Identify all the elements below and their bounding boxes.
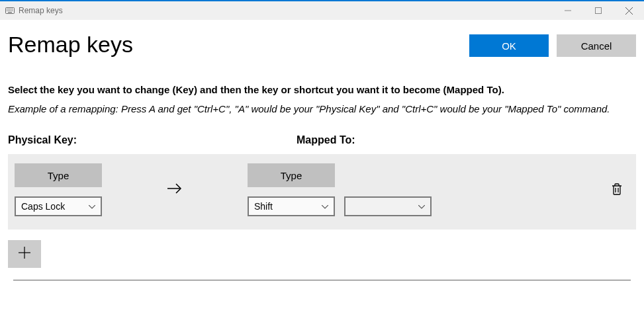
mapped-key-value-1: Shift <box>254 201 322 212</box>
example-text: Example of a remapping: Press A and get … <box>8 102 636 116</box>
svg-rect-1 <box>7 9 7 9</box>
delete-row-button[interactable] <box>608 180 625 200</box>
chevron-down-icon <box>322 202 328 210</box>
svg-rect-13 <box>596 8 602 14</box>
keyboard-icon <box>5 7 15 14</box>
titlebar: Remap keys <box>0 0 644 20</box>
svg-rect-7 <box>8 11 9 11</box>
chevron-down-icon <box>89 202 95 210</box>
add-mapping-button[interactable] <box>8 240 41 268</box>
divider <box>13 280 631 280</box>
physical-key-select[interactable]: Caps Lock <box>15 196 102 216</box>
physical-key-header: Physical Key: <box>8 134 297 146</box>
physical-key-value: Caps Lock <box>21 201 89 212</box>
svg-rect-4 <box>11 9 11 9</box>
svg-rect-9 <box>11 11 11 11</box>
arrow-right-icon <box>166 180 183 200</box>
svg-rect-6 <box>7 11 7 11</box>
minimize-button[interactable] <box>553 1 583 21</box>
trash-icon <box>611 188 623 198</box>
physical-type-button[interactable]: Type <box>15 163 102 187</box>
instructions-text: Select the key you want to change (Key) … <box>8 84 636 95</box>
mapped-type-button[interactable]: Type <box>248 163 335 187</box>
plus-icon <box>17 244 32 265</box>
mapping-row: Type Caps Lock Type Shift <box>8 154 636 230</box>
svg-rect-2 <box>8 9 9 9</box>
page-title: Remap keys <box>8 32 469 58</box>
mapped-key-select-1[interactable]: Shift <box>248 196 335 216</box>
svg-rect-8 <box>9 11 10 11</box>
svg-rect-3 <box>9 9 10 9</box>
close-button[interactable] <box>614 1 644 21</box>
mapped-to-header: Mapped To: <box>297 134 636 146</box>
svg-rect-10 <box>12 11 13 11</box>
chevron-down-icon <box>418 202 425 210</box>
ok-button[interactable]: OK <box>469 34 549 57</box>
window-title: Remap keys <box>19 6 63 15</box>
window-controls <box>553 1 644 21</box>
svg-rect-5 <box>12 9 13 9</box>
maximize-button[interactable] <box>583 1 614 21</box>
mapped-key-select-2[interactable] <box>344 196 432 216</box>
cancel-button[interactable]: Cancel <box>557 34 636 57</box>
svg-rect-11 <box>8 12 12 13</box>
